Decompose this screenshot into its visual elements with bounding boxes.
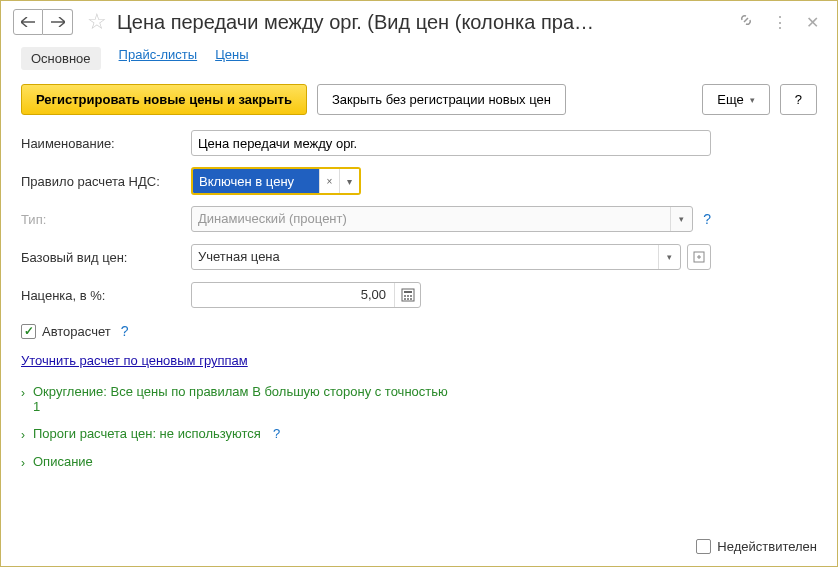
name-input[interactable] xyxy=(191,130,711,156)
markup-label: Наценка, в %: xyxy=(21,288,191,303)
nav-forward-button[interactable] xyxy=(43,9,73,35)
favorite-star-icon[interactable]: ☆ xyxy=(87,9,107,35)
rounding-section[interactable]: › Округление: Все цены по правилам В бол… xyxy=(21,378,817,420)
autocalc-label: Авторасчет xyxy=(42,324,111,339)
name-label: Наименование: xyxy=(21,136,191,151)
vat-rule-value: Включен в цену xyxy=(193,169,319,193)
more-button[interactable]: Еще xyxy=(702,84,769,115)
type-label: Тип: xyxy=(21,212,191,227)
svg-rect-2 xyxy=(404,291,412,293)
markup-input[interactable]: 5,00 xyxy=(191,282,421,308)
type-value: Динамический (процент) xyxy=(192,207,670,231)
tab-main[interactable]: Основное xyxy=(21,47,101,70)
vat-rule-clear-icon[interactable]: × xyxy=(319,169,339,193)
description-section[interactable]: › Описание xyxy=(21,448,817,476)
vat-rule-label: Правило расчета НДС: xyxy=(21,174,191,189)
nav-back-button[interactable] xyxy=(13,9,43,35)
inactive-checkbox[interactable]: ✓ xyxy=(696,539,711,554)
refine-by-groups-link[interactable]: Уточнить расчет по ценовым группам xyxy=(21,353,248,368)
chevron-right-icon: › xyxy=(21,426,25,442)
description-text: Описание xyxy=(33,454,93,469)
tab-prices[interactable]: Цены xyxy=(215,47,248,70)
tab-pricelists[interactable]: Прайс-листы xyxy=(119,47,198,70)
autocalc-checkbox[interactable]: ✓ xyxy=(21,324,36,339)
close-icon[interactable]: ✕ xyxy=(806,13,819,32)
svg-point-5 xyxy=(410,295,412,297)
rounding-text: Округление: Все цены по правилам В больш… xyxy=(33,384,448,399)
help-button[interactable]: ? xyxy=(780,84,817,115)
thresholds-text: Пороги расчета цен: не используются xyxy=(33,426,261,441)
calculator-icon[interactable] xyxy=(394,283,420,307)
markup-value: 5,00 xyxy=(192,283,394,307)
chevron-right-icon: › xyxy=(21,454,25,470)
kebab-menu-icon[interactable]: ⋮ xyxy=(772,13,788,32)
svg-point-3 xyxy=(404,295,406,297)
base-price-dropdown-icon[interactable]: ▾ xyxy=(658,245,680,269)
thresholds-help-icon[interactable]: ? xyxy=(273,426,280,441)
svg-point-4 xyxy=(407,295,409,297)
svg-point-8 xyxy=(410,298,412,300)
vat-rule-combo[interactable]: Включен в цену × ▾ xyxy=(191,167,361,195)
page-title: Цена передачи между орг. (Вид цен (колон… xyxy=(117,11,726,34)
vat-rule-dropdown-icon[interactable]: ▾ xyxy=(339,169,359,193)
base-price-open-icon[interactable] xyxy=(687,244,711,270)
type-select: Динамический (процент) ▾ xyxy=(191,206,693,232)
autocalc-help-icon[interactable]: ? xyxy=(121,323,129,339)
chevron-right-icon: › xyxy=(21,384,25,400)
base-price-label: Базовый вид цен: xyxy=(21,250,191,265)
svg-point-6 xyxy=(404,298,406,300)
inactive-label: Недействителен xyxy=(717,539,817,554)
rounding-precision: 1 xyxy=(33,399,448,414)
base-price-select[interactable]: Учетная цена ▾ xyxy=(191,244,681,270)
type-dropdown-icon: ▾ xyxy=(670,207,692,231)
type-help-icon[interactable]: ? xyxy=(703,211,711,227)
thresholds-section[interactable]: › Пороги расчета цен: не используются ? xyxy=(21,420,817,448)
base-price-value: Учетная цена xyxy=(192,245,658,269)
register-and-close-button[interactable]: Регистрировать новые цены и закрыть xyxy=(21,84,307,115)
link-icon[interactable] xyxy=(738,12,754,32)
close-without-register-button[interactable]: Закрыть без регистрации новых цен xyxy=(317,84,566,115)
svg-point-7 xyxy=(407,298,409,300)
